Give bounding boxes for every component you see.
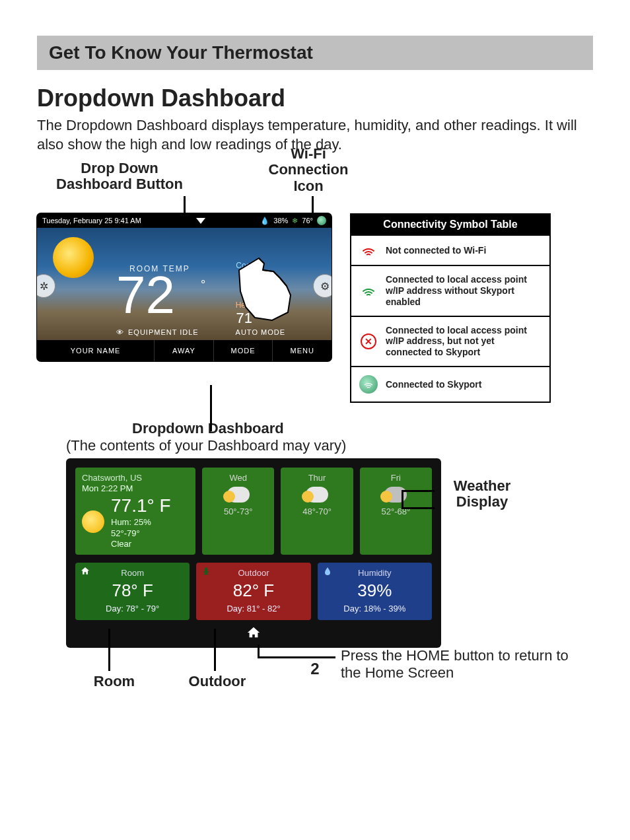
cloud-sun-icon bbox=[227, 487, 250, 503]
tile-label: Humidity bbox=[322, 568, 428, 578]
chevron-down-icon bbox=[196, 218, 205, 224]
topbar-humidity: 38% bbox=[273, 217, 288, 225]
wifi-green-icon bbox=[360, 284, 377, 297]
weather-now-range: 52°-79° bbox=[111, 528, 171, 539]
room-temp-tile[interactable]: Room 78° F Day: 78° - 79° bbox=[75, 563, 190, 620]
forecast-day[interactable]: Wed 50°-73° bbox=[202, 468, 274, 555]
dropdown-dashboard-button[interactable] bbox=[196, 218, 205, 224]
weather-now-temp: 77.1° F bbox=[111, 494, 171, 517]
room-temp-value: 72 bbox=[116, 269, 175, 322]
forecast-day-label: Thur bbox=[308, 473, 326, 483]
home-button-note: Press the HOME button to return to the H… bbox=[341, 647, 578, 682]
connectivity-text: Not connected to Wi-Fi bbox=[386, 245, 543, 256]
callout-line bbox=[108, 629, 110, 671]
settings-button[interactable]: ⚙ bbox=[313, 274, 332, 298]
topbar-outdoor: 76° bbox=[302, 217, 313, 225]
tile-label: Room bbox=[79, 568, 186, 578]
equipment-status-text: EQUIPMENT IDLE bbox=[128, 328, 199, 336]
connectivity-symbol-table: Connectivity Symbol Table Not connected … bbox=[350, 213, 551, 403]
connectivity-row-local-pending-skyport: ✕ Connected to local access point w/IP a… bbox=[351, 316, 549, 366]
tile-value: 82° F bbox=[200, 580, 306, 601]
forecast-day-label: Wed bbox=[229, 473, 247, 483]
dropdown-dashboard-panel: Chatsworth, US Mon 2:22 PM 77.1° F Hum: … bbox=[66, 458, 441, 648]
error-x-icon: ✕ bbox=[361, 333, 376, 349]
callout-line bbox=[402, 490, 403, 507]
hand-pointer-icon bbox=[226, 252, 305, 324]
thermostat-topbar: Tuesday, February 25 9:41 AM 💧 38% ❄ 76° bbox=[37, 213, 332, 228]
outdoor-icon: ❄ bbox=[292, 217, 298, 225]
home-button[interactable] bbox=[75, 620, 432, 641]
forecast-day-range: 50°-73° bbox=[224, 507, 253, 516]
mode-button[interactable]: MODE bbox=[214, 340, 273, 361]
callout-wifi-icon: Wi-FiConnectionIcon bbox=[259, 146, 358, 194]
connectivity-row-skyport: Connected to Skyport bbox=[351, 366, 549, 402]
wifi-red-icon bbox=[360, 244, 377, 257]
tile-range: Day: 81° - 82° bbox=[200, 604, 306, 613]
callout-line bbox=[402, 507, 435, 509]
auto-mode-status: AUTO MODE bbox=[236, 328, 285, 336]
weather-now-condition: Clear bbox=[111, 539, 171, 549]
tile-range: Day: 78° - 79° bbox=[79, 604, 186, 613]
away-button[interactable]: AWAY bbox=[155, 340, 214, 361]
degree-icon: ° bbox=[201, 278, 205, 292]
weather-current-tile[interactable]: Chatsworth, US Mon 2:22 PM 77.1° F Hum: … bbox=[75, 468, 195, 555]
user-name-button[interactable]: YOUR NAME bbox=[37, 340, 155, 361]
callout-line bbox=[258, 656, 335, 658]
thermostat-main-area: ROOM TEMP 72 ° Cool Heat 71 ✲ ⚙ 👁 EQUIPM… bbox=[37, 228, 332, 340]
tile-label: Outdoor bbox=[200, 568, 306, 578]
callout-weather-display: WeatherDisplay bbox=[436, 478, 528, 510]
thermostat-figure: Drop DownDashboard Button Wi-FiConnectio… bbox=[37, 167, 332, 361]
callout-line bbox=[210, 385, 212, 431]
weather-city: Chatsworth, US bbox=[82, 473, 189, 483]
dashboard-caption: Dropdown Dashboard (The contents of your… bbox=[66, 420, 593, 454]
connectivity-text: Connected to Skyport bbox=[386, 379, 543, 390]
eye-icon: 👁 bbox=[116, 328, 124, 336]
humidity-tile[interactable]: Humidity 39% Day: 18% - 39% bbox=[318, 563, 432, 620]
callout-outdoor-temp: OutdoorTemp bbox=[174, 674, 260, 691]
tile-value: 78° F bbox=[79, 580, 186, 601]
dashboard-caption-title: Dropdown Dashboard bbox=[132, 420, 593, 437]
weather-now-time: Mon 2:22 PM bbox=[82, 483, 189, 494]
connectivity-row-not-connected: Not connected to Wi-Fi bbox=[351, 234, 549, 265]
callout-room-temp: RoomTemp bbox=[78, 674, 151, 691]
connectivity-table-header: Connectivity Symbol Table bbox=[351, 215, 549, 234]
weather-now-humidity: Hum: 25% bbox=[111, 517, 171, 528]
thermostat-datetime: Tuesday, February 25 9:41 AM bbox=[42, 217, 141, 225]
connectivity-text: Connected to local access point w/IP add… bbox=[386, 274, 543, 307]
menu-button[interactable]: MENU bbox=[273, 340, 332, 361]
cloud-sun-icon bbox=[306, 487, 328, 503]
forecast-day-range: 48°-70° bbox=[302, 507, 332, 516]
forecast-day-label: Fri bbox=[391, 473, 401, 483]
wifi-connection-icon[interactable] bbox=[317, 216, 326, 225]
connectivity-text: Connected to local access point w/IP add… bbox=[386, 325, 543, 358]
sun-icon bbox=[53, 237, 94, 278]
outdoor-temp-tile[interactable]: Outdoor 82° F Day: 81° - 82° bbox=[196, 563, 310, 620]
fan-button[interactable]: ✲ bbox=[37, 274, 55, 298]
forecast-day[interactable]: Thur 48°-70° bbox=[281, 468, 353, 555]
callout-line bbox=[402, 490, 435, 492]
page-banner: Get To Know Your Thermostat bbox=[37, 36, 593, 70]
weather-row: Chatsworth, US Mon 2:22 PM 77.1° F Hum: … bbox=[75, 468, 432, 555]
tile-value: 39% bbox=[322, 580, 428, 601]
callout-line bbox=[214, 629, 216, 671]
skyport-connected-icon bbox=[359, 375, 378, 394]
callout-line bbox=[258, 645, 260, 658]
tile-range: Day: 18% - 39% bbox=[322, 604, 428, 613]
thermostat-screen: Tuesday, February 25 9:41 AM 💧 38% ❄ 76°… bbox=[37, 213, 332, 361]
equipment-status: 👁 EQUIPMENT IDLE bbox=[116, 328, 199, 336]
thermostat-bottom-bar: YOUR NAME AWAY MODE MENU bbox=[37, 340, 332, 361]
humidity-icon: 💧 bbox=[260, 217, 269, 225]
forecast-day[interactable]: Fri 52°-68° bbox=[360, 468, 432, 555]
connectivity-row-local-no-skyport: Connected to local access point w/IP add… bbox=[351, 265, 549, 315]
section-heading: Dropdown Dashboard bbox=[37, 85, 593, 112]
cloud-icon bbox=[384, 487, 407, 503]
sun-icon bbox=[82, 510, 104, 533]
callout-dropdown-button: Drop DownDashboard Button bbox=[44, 160, 195, 192]
dashboard-caption-sub: (The contents of your Dashboard may vary… bbox=[66, 437, 346, 454]
